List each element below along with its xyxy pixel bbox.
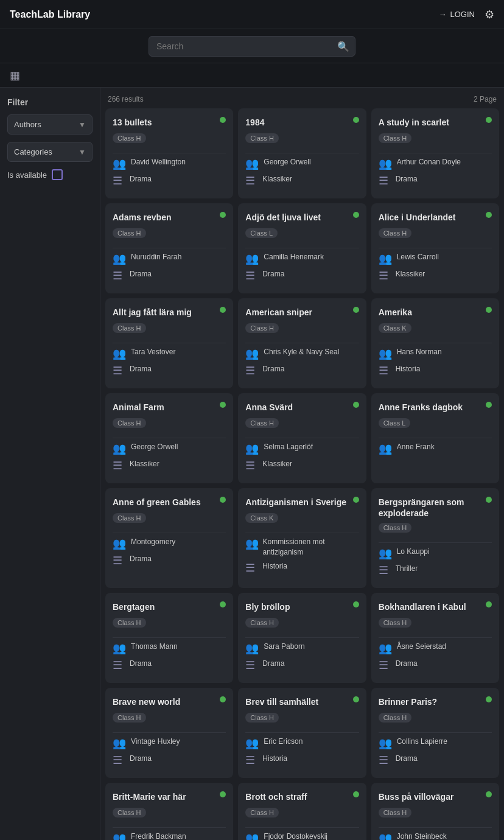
authors-label: Authors (14, 120, 41, 129)
book-genre: Drama (396, 754, 418, 764)
availability-dot (486, 212, 492, 218)
book-card[interactable]: A study in scarlet Class H 👥 Arthur Cona… (371, 108, 499, 198)
genre-icon: ☰ (379, 659, 391, 672)
search-icon-button[interactable]: 🔍 (337, 40, 349, 52)
app-title: TeachLab Library (10, 9, 90, 20)
availability-dot (353, 601, 359, 607)
class-badge: Class L (245, 228, 278, 238)
book-card[interactable]: Brave new world Class H 👥 Vintage Huxley… (105, 688, 233, 778)
book-genre: Drama (130, 269, 152, 279)
book-card[interactable]: Adams revben Class H 👥 Nuruddin Farah ☰ … (105, 203, 233, 293)
book-author: Collins Lapierre (397, 737, 447, 747)
results-count: 266 results (108, 95, 144, 103)
book-card[interactable]: Anne Franks dagbok Class L 👥 Anne Frank (371, 393, 499, 483)
book-genre-row: ☰ Klassiker (245, 174, 359, 187)
book-card[interactable]: Brott och straff Class H 👥 Fjodor Dostok… (238, 783, 366, 840)
author-icon: 👥 (245, 252, 259, 265)
divider (113, 533, 226, 533)
genre-icon: ☰ (245, 659, 257, 672)
book-genre-row: ☰ Drama (379, 174, 492, 187)
book-card[interactable]: Animal Farm Class H 👥 George Orwell ☰ Kl… (105, 393, 233, 483)
author-icon: 👥 (379, 347, 392, 360)
book-author-row: 👥 Selma Lagerlöf (245, 442, 359, 455)
book-author-row: 👥 Lewis Carroll (379, 252, 492, 265)
book-author: George Orwell (131, 442, 178, 452)
availability-dot (353, 791, 359, 797)
search-input[interactable] (149, 36, 355, 57)
book-genre: Klassiker (262, 174, 292, 184)
available-checkbox[interactable] (52, 169, 63, 180)
book-genre-row: ☰ Drama (245, 659, 359, 672)
book-title: Brave new world (113, 696, 226, 709)
filter-icon[interactable]: ▦ (10, 69, 20, 82)
book-author-row: 👥 Åsne Seierstad (379, 642, 492, 655)
book-card[interactable]: Britt-Marie var här Class H 👥 Fredrik Ba… (105, 783, 233, 840)
book-author: Fredrik Backman (131, 831, 186, 840)
book-card[interactable]: Brinner Paris? Class H 👥 Collins Lapierr… (371, 688, 499, 778)
divider (245, 248, 359, 248)
availability-dot (486, 117, 492, 123)
availability-dot (486, 307, 492, 313)
book-genre-row: ☰ Drama (245, 269, 359, 282)
divider (113, 343, 226, 343)
availability-dot (353, 117, 359, 123)
class-badge: Class L (379, 418, 411, 428)
genre-icon: ☰ (245, 364, 257, 377)
book-title: Bly bröllop (245, 601, 359, 614)
divider (379, 827, 492, 828)
divider (379, 438, 492, 438)
class-badge: Class H (113, 228, 146, 238)
author-icon: 👥 (245, 831, 259, 840)
genre-icon: ☰ (245, 269, 257, 282)
divider (245, 438, 359, 438)
book-author: Sara Paborn (264, 642, 304, 652)
book-card[interactable]: Bly bröllop Class H 👥 Sara Paborn ☰ Dram… (238, 593, 366, 683)
authors-dropdown[interactable]: Authors ▼ (7, 114, 93, 135)
book-card[interactable]: Allt jag fått lära mig Class H 👥 Tara Ve… (105, 298, 233, 388)
book-title: Allt jag fått lära mig (113, 307, 226, 319)
book-card[interactable]: Buss på villovägar Class H 👥 John Steinb… (371, 783, 499, 840)
author-icon: 👥 (113, 442, 126, 455)
book-card[interactable]: 13 bullets Class H 👥 David Wellington ☰ … (105, 108, 233, 198)
book-genre: Historia (262, 561, 287, 572)
book-author-row: 👥 Thomas Mann (113, 642, 226, 655)
book-author-row: 👥 Tara Vestover (113, 347, 226, 360)
author-icon: 👥 (245, 642, 259, 655)
book-genre: Drama (396, 659, 418, 669)
book-genre-row: ☰ Thriller (379, 564, 492, 577)
book-card[interactable]: Bergsprängaren som exploderade Class H 👥… (371, 488, 499, 588)
book-card[interactable]: Bergtagen Class H 👥 Thomas Mann ☰ Drama (105, 593, 233, 683)
book-card[interactable]: Anna Svärd Class H 👥 Selma Lagerlöf ☰ Kl… (238, 393, 366, 483)
book-card[interactable]: Brev till samhället Class H 👥 Eric Erics… (238, 688, 366, 778)
book-card[interactable]: Anne of green Gables Class H 👥 Montogome… (105, 488, 233, 588)
book-card[interactable]: Alice i Underlandet Class H 👥 Lewis Carr… (371, 203, 499, 293)
login-button[interactable]: → LOGIN (439, 10, 475, 19)
genre-icon: ☰ (379, 269, 391, 282)
filter-row: ▦ (0, 63, 504, 88)
book-card[interactable]: Antiziganismen i Sverige Class K 👥 Kommi… (238, 488, 366, 588)
book-card[interactable]: Amerika Class K 👥 Hans Norman ☰ Historia (371, 298, 499, 388)
availability-dot (486, 402, 492, 408)
book-author: Nuruddin Farah (131, 252, 181, 262)
book-author: Lo Kauppi (397, 547, 430, 557)
book-genre: Drama (262, 269, 284, 279)
book-card[interactable]: Bokhandlaren i Kabul Class H 👥 Åsne Seie… (371, 593, 499, 683)
book-genre: Drama (130, 364, 152, 374)
book-author-row: 👥 Nuruddin Farah (113, 252, 226, 265)
book-card[interactable]: Adjö det ljuva livet Class L 👥 Camilla H… (238, 203, 366, 293)
author-icon: 👥 (379, 252, 392, 265)
availability-dot (353, 307, 359, 313)
content-area: 266 results 2 Page 13 bullets Class H 👥 … (100, 88, 504, 840)
book-card[interactable]: American sniper Class H 👥 Chris Kyle & N… (238, 298, 366, 388)
book-author: Tara Vestover (131, 347, 175, 357)
book-card[interactable]: 1984 Class H 👥 George Orwell ☰ Klassiker (238, 108, 366, 198)
categories-dropdown[interactable]: Categories ▼ (7, 142, 93, 162)
gear-icon[interactable]: ⚙ (485, 8, 494, 21)
search-input-wrap: 🔍 (149, 36, 355, 57)
book-genre-row: ☰ Drama (245, 364, 359, 377)
book-title: Brinner Paris? (379, 696, 492, 709)
divider (245, 637, 359, 638)
class-badge: Class K (245, 513, 278, 523)
class-badge: Class H (379, 523, 412, 533)
class-badge: Class K (379, 323, 411, 333)
